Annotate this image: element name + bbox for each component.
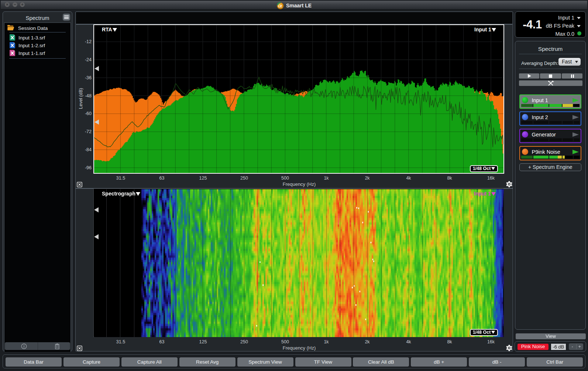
svg-text:LE: LE bbox=[278, 4, 282, 8]
